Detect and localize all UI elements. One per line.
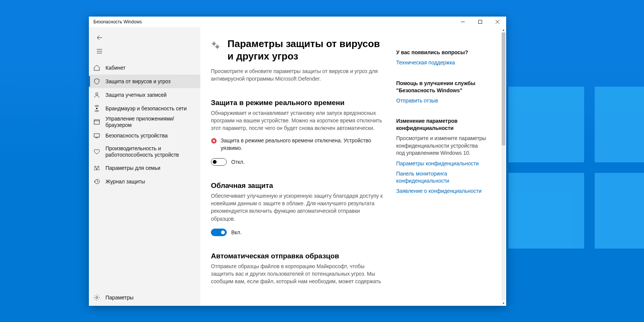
section-description: Отправьте образцы файлов в корпорацию Ма… <box>211 262 384 285</box>
hamburger-button[interactable] <box>92 44 107 58</box>
scroll-down-arrow[interactable]: ▼ <box>501 301 506 306</box>
section-title: Защита в режиме реального времени <box>211 99 384 107</box>
sidebar-item-label: Безопасность устройства <box>105 133 168 139</box>
svg-point-15 <box>96 168 98 169</box>
toggle-label: Вкл. <box>231 229 242 235</box>
sidebar-item-label: Кабинет <box>105 65 125 71</box>
page-title: Параметры защиты от вирусов и других угр… <box>227 38 384 62</box>
section-cloud: Облачная защита Обеспечивает улучшенную … <box>211 182 384 236</box>
titlebar: Безопасность Windows <box>89 17 506 27</box>
privacy-dashboard-link[interactable]: Панель мониторинга конфиденциальности <box>396 170 487 185</box>
scroll-up-arrow[interactable]: ▲ <box>501 27 506 32</box>
privacy-settings-link[interactable]: Параметры конфиденциальности <box>396 160 487 167</box>
content-area: Параметры защиты от вирусов и других угр… <box>200 27 506 306</box>
sidebar-item-label: Защита учетных записей <box>105 92 166 98</box>
svg-point-13 <box>95 166 96 168</box>
section-realtime: Защита в режиме реального времени Обнару… <box>211 99 384 166</box>
section-title: Автоматическая отправка образцов <box>211 252 384 260</box>
vertical-scrollbar[interactable]: ▲ ▼ <box>501 27 506 306</box>
gear-icon <box>93 294 100 301</box>
aside-heading: У вас появились вопросы? <box>396 49 487 56</box>
feedback-link[interactable]: Отправить отзыв <box>396 97 487 104</box>
svg-point-20 <box>216 46 218 48</box>
svg-point-7 <box>96 93 98 95</box>
toggle-label: Откл. <box>231 159 245 165</box>
svg-rect-1 <box>479 20 482 24</box>
device-icon <box>93 132 100 139</box>
back-button[interactable] <box>92 31 107 44</box>
svg-point-18 <box>213 43 215 45</box>
sidebar-item-settings[interactable]: Параметры <box>89 289 200 306</box>
sidebar-item-label: Управление приложениями/браузером <box>105 116 197 128</box>
sidebar-item-virus-protection[interactable]: Защита от вирусов и угроз <box>89 75 200 88</box>
person-icon <box>93 92 100 98</box>
sidebar-item-home[interactable]: Кабинет <box>89 61 200 75</box>
warning-text: Защита в режиме реального времени отключ… <box>221 137 384 152</box>
cloud-toggle[interactable] <box>211 229 227 236</box>
page-subtitle: Просмотрите и обновите параметры защиты … <box>211 67 384 83</box>
shield-icon <box>93 78 100 85</box>
aside-text: Просмотрите и измените параметры конфиде… <box>396 135 487 157</box>
gears-icon <box>211 38 221 62</box>
maximize-button[interactable] <box>472 17 489 27</box>
sidebar-item-label: Параметры для семьи <box>105 165 160 171</box>
aside: У вас появились вопросы? Техническая под… <box>396 38 493 306</box>
scroll-thumb[interactable] <box>502 32 505 145</box>
window-icon <box>93 119 100 125</box>
svg-point-19 <box>214 43 214 44</box>
sidebar-item-performance[interactable]: Производительность и работоспособность у… <box>89 142 200 161</box>
home-icon <box>93 64 100 71</box>
realtime-toggle[interactable] <box>211 158 227 166</box>
privacy-statement-link[interactable]: Заявление о конфиденциальности <box>396 188 487 195</box>
sidebar-item-firewall[interactable]: Брандмауэр и безопасность сети <box>89 102 200 115</box>
sidebar-item-label: Брандмауэр и безопасность сети <box>105 105 187 112</box>
heart-icon <box>93 148 100 155</box>
svg-point-8 <box>96 108 98 109</box>
sidebar-item-label: Журнал защиты <box>105 179 145 185</box>
svg-rect-9 <box>94 120 99 124</box>
svg-point-21 <box>217 46 218 47</box>
svg-point-14 <box>98 166 99 168</box>
aside-heading: Помощь в улучшении службы "Безопасность … <box>396 80 487 94</box>
window-controls <box>454 17 506 27</box>
error-icon <box>211 138 217 144</box>
minimize-button[interactable] <box>454 17 472 27</box>
sidebar: Кабинет Защита от вирусов и угроз Защита… <box>89 27 200 306</box>
sidebar-item-label: Производительность и работоспособность у… <box>105 145 197 158</box>
support-link[interactable]: Техническая поддержка <box>396 59 487 66</box>
sidebar-item-device-security[interactable]: Безопасность устройства <box>89 129 200 142</box>
aside-heading: Изменение параметров конфиденциальности <box>396 118 487 132</box>
sidebar-item-family[interactable]: Параметры для семьи <box>89 161 200 175</box>
history-icon <box>93 178 100 185</box>
family-icon <box>93 165 100 171</box>
svg-rect-11 <box>94 134 99 137</box>
section-title: Облачная защита <box>211 182 384 190</box>
section-description: Обеспечивает улучшенную и ускоренную защ… <box>211 192 384 223</box>
network-icon <box>93 105 100 112</box>
sidebar-item-label: Защита от вирусов и угроз <box>105 78 171 85</box>
close-button[interactable] <box>489 17 506 27</box>
warning-row: Защита в режиме реального времени отключ… <box>211 137 384 152</box>
window-title: Безопасность Windows <box>93 19 142 24</box>
svg-point-17 <box>96 297 98 299</box>
windows-logo-background <box>508 87 644 249</box>
sidebar-item-account-protection[interactable]: Защита учетных записей <box>89 88 200 102</box>
sidebar-item-history[interactable]: Журнал защиты <box>89 175 200 188</box>
sidebar-item-app-browser[interactable]: Управление приложениями/браузером <box>89 115 200 129</box>
section-samples: Автоматическая отправка образцов Отправь… <box>211 252 384 285</box>
sidebar-item-label: Параметры <box>105 295 134 301</box>
section-description: Обнаруживает и останавливает установку и… <box>211 109 384 132</box>
app-window: Безопасность Windows <box>89 17 506 306</box>
